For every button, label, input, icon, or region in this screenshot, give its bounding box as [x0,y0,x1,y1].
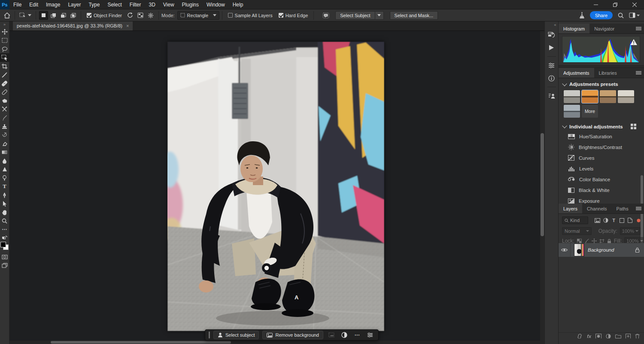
info-panel-icon[interactable] [545,72,559,85]
object-finder-checkbox[interactable]: Object Finder [87,13,122,18]
new-group-icon[interactable] [615,334,621,338]
menu-layer[interactable]: Layer [64,0,85,9]
layer-lock-icon[interactable] [635,247,640,253]
move-tool[interactable] [0,27,9,36]
menu-file[interactable]: File [9,0,25,9]
minimize-icon[interactable] [586,0,605,9]
histogram-panel-menu-icon[interactable] [636,27,641,30]
home-icon[interactable] [2,11,12,20]
menu-3d[interactable]: 3D [145,0,159,9]
object-finder-checkbox-box[interactable] [87,13,91,18]
add-to-selection-mode-button[interactable] [49,11,58,20]
filter-shape-layers-icon[interactable] [618,216,626,224]
menu-filter[interactable]: Filter [126,0,145,9]
layer-thumbnail[interactable] [574,244,584,256]
canvas-vertical-scrollbar-thumb[interactable] [541,133,544,236]
sample-all-layers-checkbox-box[interactable] [228,13,233,18]
link-layers-icon[interactable] [577,334,583,338]
layers-panel-menu-icon[interactable] [636,207,641,210]
object-finder-settings-gear-icon[interactable] [146,11,156,20]
eyedropper-tool[interactable] [0,70,9,79]
adjustment-levels[interactable]: Levels [559,163,644,174]
adjustments-presets-header[interactable]: Adjustments presets [559,78,644,88]
rectangular-marquee-tool[interactable] [0,36,9,45]
comments-panel-icon[interactable] [545,89,559,102]
preset-thumbnail-4[interactable] [618,90,634,103]
select-and-mask-button[interactable]: Select and Mask... [390,11,438,20]
mode-dropdown[interactable]: Rectangle [177,11,219,20]
tab-navigator[interactable]: Navigator [589,24,619,33]
menu-view[interactable]: View [159,0,178,9]
presets-more-button[interactable]: More [582,105,598,118]
workspace-switcher[interactable] [629,12,640,18]
gradient-tool[interactable] [0,148,9,156]
hand-tool[interactable] [0,208,9,216]
layer-visibility-cell[interactable] [559,243,571,257]
layer-effects-icon[interactable]: fx [587,334,591,338]
edit-toolbar-icon[interactable]: ⋯ [0,225,9,234]
adjustment-hue-saturation[interactable]: Hue/Saturation [559,131,644,142]
adjustment-black-white[interactable]: Black & White [559,185,644,195]
tab-channels[interactable]: Channels [582,204,611,213]
sharpen-tool[interactable] [0,165,9,174]
tab-histogram[interactable]: Histogram [559,24,589,33]
eraser-tool[interactable] [0,139,9,148]
menu-edit[interactable]: Edit [25,0,42,9]
filter-adjustment-layers-icon[interactable] [601,216,610,224]
menu-window[interactable]: Window [203,0,229,9]
new-adjustment-layer-icon[interactable] [606,334,611,338]
refresh-object-finder-icon[interactable] [125,11,135,20]
taskbar-grip-handle[interactable] [209,332,210,338]
toolbar-collapse-icon[interactable]: » [0,21,9,27]
more-options-icon[interactable]: ⋯ [352,331,362,339]
blend-mode-dropdown[interactable]: Normal [562,227,592,235]
feedback-icon[interactable] [321,11,331,20]
preset-thumbnail-1[interactable] [564,90,580,103]
filter-pixel-layers-icon[interactable] [593,216,601,224]
lasso-tool[interactable] [0,45,9,53]
new-selection-mode-button[interactable] [39,11,48,20]
select-subject-taskbar-button[interactable]: Select subject [213,331,259,339]
grid-view-icon[interactable] [631,124,636,129]
healing-brush-tool[interactable] [0,88,9,96]
tab-adjustments[interactable]: Adjustments [559,68,594,78]
tool-preset-chevron-icon[interactable] [28,14,31,16]
actions-panel-icon[interactable] [545,41,559,54]
color-swatches[interactable] [0,242,9,250]
brush-tool[interactable] [0,113,9,122]
hard-edge-checkbox-box[interactable] [279,13,283,18]
canvas-area[interactable]: A [9,31,540,341]
adjustment-exposure[interactable]: Exposure [559,195,644,204]
menu-select[interactable]: Select [103,0,125,9]
preset-thumbnail-2[interactable] [582,90,598,103]
crop-tool[interactable] [0,62,9,70]
subtract-from-selection-mode-button[interactable] [59,11,68,20]
adjustment-brightness-contrast[interactable]: Brightness/Contrast [559,142,644,152]
intersect-selection-mode-button[interactable] [69,11,78,20]
beaker-icon[interactable] [579,12,585,18]
remove-background-button[interactable]: Remove background [262,331,323,339]
tab-paths[interactable]: Paths [612,204,633,213]
histogram-warning-icon[interactable] [630,39,637,45]
quick-mask-icon[interactable] [0,253,9,261]
filter-smart-objects-icon[interactable] [626,216,634,224]
object-selection-tool[interactable] [0,53,9,62]
tab-layers[interactable]: Layers [559,204,582,213]
adjustment-color-balance[interactable]: Color Balance [559,174,644,185]
active-tool-preset-icon[interactable] [18,11,28,20]
transform-image-icon[interactable] [327,331,336,339]
screen-mode-icon[interactable] [0,261,9,270]
tab-libraries[interactable]: Libraries [594,68,622,78]
spot-healing-brush-tool[interactable] [0,79,9,88]
filter-type-layers-icon[interactable]: T [610,216,618,224]
canvas-horizontal-scrollbar-thumb[interactable] [51,341,231,344]
new-layer-icon[interactable] [626,334,631,338]
document-tab[interactable]: pexels-atef-khaled-1964581.jpg @ 33.3% (… [13,21,133,30]
adjustments-contrast-icon[interactable] [340,331,349,339]
zoom-tool[interactable] [0,216,9,225]
type-tool[interactable]: T [0,182,9,191]
layer-row-background[interactable]: Background [559,243,644,257]
dodge-tool[interactable] [0,174,9,182]
remove-tool[interactable] [0,96,9,105]
select-subject-dropdown-chevron[interactable] [375,11,384,20]
